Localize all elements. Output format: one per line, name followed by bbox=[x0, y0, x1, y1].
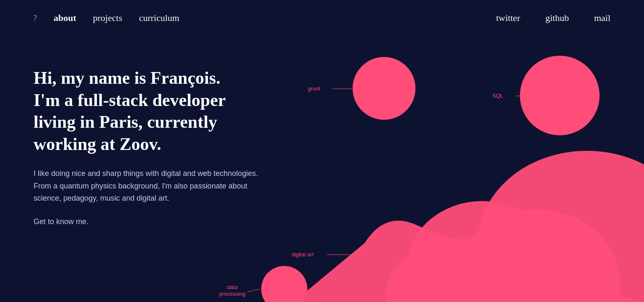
nav-link-mail[interactable]: mail bbox=[594, 13, 610, 23]
digital-art-label: digital art bbox=[291, 251, 314, 258]
page-headline: Hi, my name is François. I'm a full-stac… bbox=[34, 67, 260, 155]
nav-left: ? about projects curriculum bbox=[34, 13, 179, 23]
nav-link-github[interactable]: github bbox=[545, 13, 569, 23]
data-processing-label-2: processing bbox=[219, 291, 246, 297]
sql-label: SQL bbox=[492, 93, 503, 99]
nav-link-projects[interactable]: projects bbox=[93, 13, 122, 23]
data-processing-label: data bbox=[227, 284, 238, 290]
navigation: ? about projects curriculum twitter gith… bbox=[0, 0, 644, 36]
nav-link-curriculum[interactable]: curriculum bbox=[139, 13, 179, 23]
data-processing-circle bbox=[261, 266, 307, 302]
nav-right: twitter github mail bbox=[496, 13, 610, 23]
grunt-circle bbox=[353, 57, 415, 120]
data-processing-line bbox=[247, 289, 260, 292]
page-description: I like doing nice and sharp things with … bbox=[34, 168, 260, 205]
grunt-label: grunt bbox=[308, 85, 320, 92]
nav-link-about[interactable]: about bbox=[54, 13, 76, 23]
sql-circle bbox=[520, 56, 600, 135]
nav-link-twitter[interactable]: twitter bbox=[496, 13, 520, 23]
logo-icon[interactable]: ? bbox=[34, 14, 37, 23]
main-content: Hi, my name is François. I'm a full-stac… bbox=[34, 67, 260, 226]
cta-text[interactable]: Get to know me. bbox=[34, 217, 260, 226]
